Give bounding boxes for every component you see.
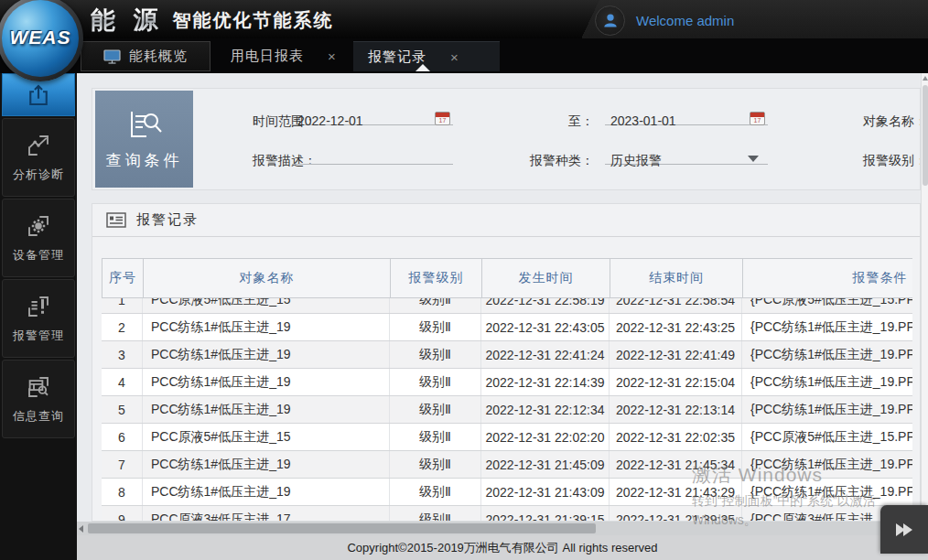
chevron-down-icon[interactable]	[748, 156, 759, 162]
tab-energy-overview[interactable]: 能耗概览	[81, 41, 210, 71]
cell-start-time: 2022-12-31 21:45:09	[481, 451, 610, 478]
table-row[interactable]: 5 PCC纺练1#低压主进_19 级别Ⅱ 2022-12-31 22:12:34…	[102, 396, 912, 424]
scroll-up-arrow-icon[interactable]	[923, 76, 928, 81]
close-icon[interactable]: ×	[450, 49, 459, 65]
table-body: 1 PCC原液5#低压主进_15 级别Ⅱ 2022-12-31 22:58:19…	[102, 298, 912, 522]
close-icon[interactable]: ×	[328, 48, 336, 64]
cell-alarm-condition: {PCC纺练1#低压主进_19.PFav}<0.9	[742, 479, 912, 505]
to-date-value[interactable]: 2023-01-01	[610, 113, 676, 128]
cell-end-time: 2022-12-31 21:45:34	[610, 451, 742, 478]
cell-no: 1	[102, 298, 143, 313]
sidebar-item-label: 设备管理	[13, 247, 64, 264]
cell-alarm-condition: {PCC纺练1#低压主进_19.PFav}<0.9	[742, 396, 912, 423]
tab-label: 能耗概览	[129, 48, 188, 65]
cell-object-name: PCC纺练1#低压主进_19	[143, 479, 390, 505]
cell-end-time: 2022-12-31 21:39:35	[610, 506, 742, 522]
column-header: 报警条件	[743, 259, 912, 297]
table-row[interactable]: 8 PCC纺练1#低压主进_19 级别Ⅱ 2022-12-31 21:43:09…	[102, 479, 912, 506]
table-row[interactable]: 2 PCC纺练1#低压主进_19 级别Ⅱ 2022-12-31 22:43:05…	[102, 314, 912, 341]
sidebar: 分析诊断 设备管理 报警管理	[0, 73, 77, 560]
cell-end-time: 2022-12-31 21:43:29	[610, 479, 742, 505]
alarm-table: 序号 对象名称 报警级别 发生时间 结束时间 报警条件 1 PCC原液5#低压主…	[102, 258, 912, 522]
table-row[interactable]: 7 PCC纺练1#低压主进_19 级别Ⅱ 2022-12-31 21:45:09…	[102, 451, 912, 479]
column-header: 结束时间	[610, 259, 743, 297]
table-row[interactable]: 1 PCC原液5#低压主进_15 级别Ⅱ 2022-12-31 22:58:19…	[102, 298, 912, 314]
app-header: 能 源 智能优化节能系统 Welcome admin	[0, 0, 928, 38]
panel-title: 报警记录	[136, 211, 199, 229]
export-icon	[25, 81, 52, 109]
sidebar-item-device[interactable]: 设备管理	[2, 199, 75, 277]
cell-alarm-level: 级别Ⅱ	[390, 369, 481, 395]
to-label: 至：	[539, 113, 594, 130]
column-header: 对象名称	[144, 259, 391, 297]
table-row[interactable]: 6 PCC原液5#低压主进_15 级别Ⅱ 2022-12-31 22:02:20…	[102, 424, 912, 451]
tab-bar: 能耗概览 用电日报表 × 报警记录 ×	[0, 38, 928, 73]
cell-no: 3	[102, 341, 143, 368]
cell-no: 7	[102, 451, 143, 478]
tab-label: 报警记录	[368, 48, 426, 66]
cell-alarm-condition: {PCC原液5#低压主进_15.PFav}<0.9	[742, 298, 912, 313]
cell-alarm-level: 级别Ⅱ	[390, 396, 481, 423]
cell-object-name: PCC原液5#低压主进_15	[143, 298, 390, 313]
column-header: 发生时间	[482, 259, 610, 297]
vertical-scrollbar-thumb[interactable]	[923, 85, 928, 186]
scroll-left-arrow-icon[interactable]	[79, 525, 83, 533]
active-tab-caret	[415, 64, 430, 71]
vertical-scrollbar[interactable]	[921, 73, 928, 535]
table-row[interactable]: 9 PCC原液3#低压主进_17 级别Ⅱ 2022-12-31 21:39:15…	[102, 506, 912, 522]
cell-object-name: PCC纺练1#低压主进_19	[143, 369, 390, 395]
cell-no: 5	[102, 396, 143, 423]
sidebar-item-label: 报警管理	[13, 328, 64, 344]
query-search-icon	[124, 108, 165, 141]
sidebar-item-alarm[interactable]: 报警管理	[2, 279, 75, 358]
corner-assistant-widget[interactable]	[880, 505, 928, 554]
time-range-value[interactable]: 2022-12-01	[297, 113, 363, 128]
cell-no: 8	[102, 479, 143, 505]
search-doc-icon	[25, 373, 52, 401]
user-area[interactable]: Welcome admin	[595, 3, 734, 38]
app-window: 能 源 智能优化节能系统 Welcome admin WEAS	[0, 0, 928, 560]
calendar-icon[interactable]	[750, 112, 765, 125]
app-title: 能 源 智能优化节能系统	[91, 5, 334, 36]
user-avatar-icon[interactable]	[595, 5, 625, 36]
alarm-desc-field[interactable]	[292, 145, 453, 165]
tab-label: 用电日报表	[231, 48, 304, 65]
cell-end-time: 2022-12-31 22:02:35	[610, 424, 742, 450]
query-conditions-box: 查询条件	[95, 91, 193, 188]
cell-alarm-level: 级别Ⅱ	[390, 424, 481, 450]
cell-start-time: 2022-12-31 22:12:34	[481, 396, 610, 423]
cell-alarm-level: 级别Ⅱ	[390, 341, 481, 368]
sidebar-item-info[interactable]: 信息查询	[2, 360, 75, 438]
cell-start-time: 2022-12-31 22:02:20	[481, 424, 610, 450]
cell-alarm-condition: {PCC纺练1#低压主进_19.PFav}<0.9	[742, 314, 912, 340]
cell-end-time: 2022-12-31 22:43:25	[610, 314, 742, 340]
column-header: 报警级别	[391, 259, 482, 297]
cell-no: 4	[102, 369, 143, 395]
tab-alarm-records[interactable]: 报警记录 ×	[353, 41, 500, 71]
sidebar-item-analysis[interactable]: 分析诊断	[2, 118, 75, 197]
table-row[interactable]: 3 PCC纺练1#低压主进_19 级别Ⅱ 2022-12-31 22:41:24…	[102, 341, 912, 369]
cell-object-name: PCC纺练1#低压主进_19	[143, 396, 390, 423]
horizontal-scrollbar[interactable]	[77, 522, 921, 535]
cell-alarm-condition: {PCC原液5#低压主进_15.PFav}<0.9	[742, 424, 912, 450]
cell-end-time: 2022-12-31 22:58:54	[610, 298, 742, 313]
product-name: 能 源	[91, 4, 164, 37]
cell-start-time: 2022-12-31 21:43:09	[481, 479, 610, 505]
gear-icon	[25, 212, 52, 240]
cell-alarm-condition: {PCC纺练1#低压主进_19.PFav}<0.9	[742, 369, 912, 395]
cell-alarm-level: 级别Ⅱ	[390, 451, 481, 478]
horizontal-scrollbar-thumb[interactable]	[88, 523, 596, 533]
calendar-icon[interactable]	[435, 112, 450, 125]
cell-start-time: 2022-12-31 22:41:24	[481, 341, 610, 368]
object-name-label: 对象名称：	[863, 113, 921, 130]
monitor-icon	[103, 49, 121, 64]
sidebar-item-label: 分析诊断	[13, 167, 64, 183]
cell-end-time: 2022-12-31 22:15:04	[610, 369, 742, 395]
cell-object-name: PCC原液5#低压主进_15	[143, 424, 390, 450]
table-row[interactable]: 4 PCC纺练1#低压主进_19 级别Ⅱ 2022-12-31 22:14:39…	[102, 369, 912, 396]
cell-object-name: PCC纺练1#低压主进_19	[143, 314, 390, 340]
tab-daily-report[interactable]: 用电日报表 ×	[218, 41, 353, 71]
query-panel: 查询条件 时间范围： 2022-12-01 至： 2023-01-01 对象名称…	[92, 88, 921, 190]
chart-icon	[25, 132, 52, 159]
cell-end-time: 2022-12-31 22:13:14	[610, 396, 742, 423]
